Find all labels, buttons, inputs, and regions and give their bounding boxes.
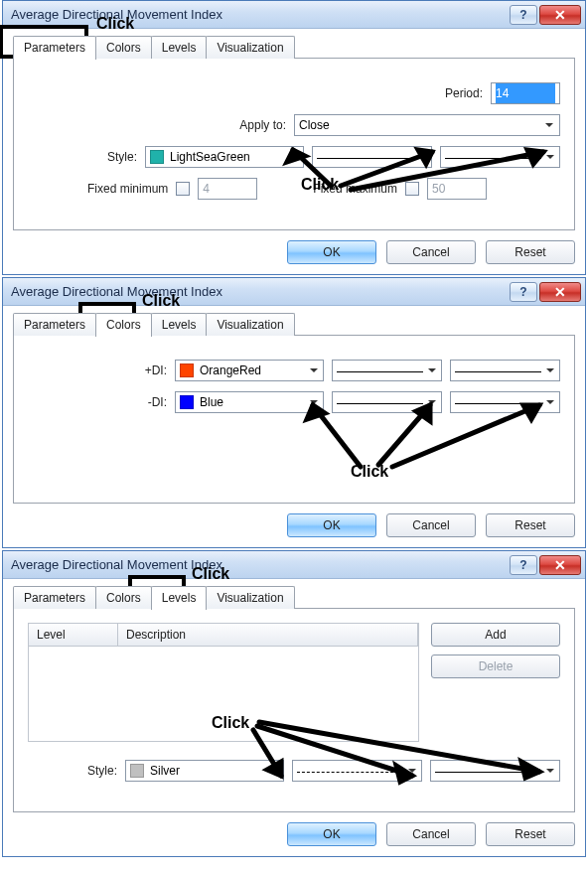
window-title: Average Directional Movement Index — [11, 284, 508, 299]
panel-levels: Level Description Add Delete Style: Silv… — [13, 608, 575, 812]
dialog-parameters: Average Directional Movement Index ? ✕ P… — [2, 0, 586, 275]
tab-parameters[interactable]: Parameters — [13, 586, 96, 609]
style-color-name: Silver — [150, 764, 180, 778]
fixed-min-label: Fixed minimum — [87, 182, 168, 196]
style-label: Style: — [28, 764, 117, 778]
style-line-width-select[interactable] — [430, 760, 560, 782]
close-button[interactable]: ✕ — [539, 5, 581, 25]
add-button[interactable]: Add — [431, 623, 560, 647]
tab-bar: Parameters Colors Levels Visualization — [13, 585, 575, 609]
plus-di-color-name: OrangeRed — [200, 364, 261, 377]
col-level[interactable]: Level — [29, 624, 118, 646]
style-color-select[interactable]: Silver — [125, 760, 284, 782]
table-body[interactable] — [29, 647, 418, 741]
levels-table[interactable]: Level Description — [28, 623, 419, 742]
button-row: OK Cancel Reset — [13, 822, 575, 846]
titlebar[interactable]: Average Directional Movement Index ? ✕ — [3, 1, 585, 29]
applyto-select[interactable]: Close — [294, 114, 560, 136]
fixed-max-input[interactable] — [427, 178, 487, 200]
fixed-min-input[interactable] — [198, 178, 257, 200]
tab-parameters[interactable]: Parameters — [13, 36, 96, 60]
minus-di-line-type-select[interactable] — [332, 391, 442, 413]
tab-parameters[interactable]: Parameters — [13, 313, 96, 336]
tab-levels[interactable]: Levels — [151, 313, 208, 336]
minus-di-swatch — [180, 395, 194, 409]
help-button[interactable]: ? — [510, 282, 537, 302]
tab-colors[interactable]: Colors — [95, 313, 152, 337]
plus-di-line-type-select[interactable] — [332, 360, 442, 381]
help-button[interactable]: ? — [510, 555, 537, 575]
close-button[interactable]: ✕ — [539, 282, 581, 302]
plus-di-swatch — [180, 364, 194, 377]
titlebar[interactable]: Average Directional Movement Index ? ✕ — [3, 278, 585, 306]
reset-button[interactable]: Reset — [486, 513, 575, 537]
cancel-button[interactable]: Cancel — [386, 240, 476, 264]
tab-colors[interactable]: Colors — [95, 586, 152, 609]
ok-button[interactable]: OK — [287, 513, 376, 537]
plus-di-color-select[interactable]: OrangeRed — [175, 360, 324, 381]
delete-button[interactable]: Delete — [431, 655, 560, 678]
cancel-button[interactable]: Cancel — [386, 513, 476, 537]
button-row: OK Cancel Reset — [13, 513, 575, 537]
period-input[interactable] — [491, 82, 560, 104]
tab-colors[interactable]: Colors — [95, 36, 152, 59]
style-line-type-select[interactable] — [312, 146, 432, 168]
style-color-select[interactable]: LightSeaGreen — [145, 146, 304, 168]
minus-di-color-name: Blue — [200, 395, 223, 409]
close-button[interactable]: ✕ — [539, 555, 581, 575]
reset-button[interactable]: Reset — [486, 822, 575, 846]
ok-button[interactable]: OK — [287, 240, 376, 264]
dialog-colors: Average Directional Movement Index ? ✕ P… — [2, 277, 586, 548]
panel-parameters: Period: Apply to: Close Style: LightSeaG… — [13, 58, 575, 230]
tab-bar: Parameters Colors Levels Visualization — [13, 312, 575, 336]
titlebar[interactable]: Average Directional Movement Index ? ✕ — [3, 551, 585, 579]
tab-visualization[interactable]: Visualization — [206, 586, 294, 609]
style-color-swatch — [150, 150, 164, 164]
period-label: Period: — [445, 86, 483, 100]
plus-di-line-width-select[interactable] — [450, 360, 560, 381]
applyto-label: Apply to: — [28, 118, 286, 132]
fixed-min-checkbox[interactable] — [176, 182, 190, 196]
col-description[interactable]: Description — [118, 624, 418, 646]
style-line-type-select[interactable] — [292, 760, 422, 782]
tab-levels[interactable]: Levels — [151, 586, 208, 610]
reset-button[interactable]: Reset — [486, 240, 575, 264]
style-line-width-select[interactable] — [440, 146, 560, 168]
fixed-max-field[interactable] — [432, 179, 482, 199]
fixed-max-label: Fixed maximum — [313, 182, 397, 196]
minus-di-line-width-select[interactable] — [450, 391, 560, 413]
window-title: Average Directional Movement Index — [11, 557, 508, 572]
minus-di-color-select[interactable]: Blue — [175, 391, 324, 413]
tab-visualization[interactable]: Visualization — [206, 313, 294, 336]
period-field[interactable] — [496, 83, 555, 103]
style-label: Style: — [28, 150, 137, 164]
plus-di-label: +DI: — [28, 364, 167, 377]
cancel-button[interactable]: Cancel — [386, 822, 476, 846]
style-color-swatch — [130, 764, 144, 778]
window-title: Average Directional Movement Index — [11, 7, 508, 22]
dialog-levels: Average Directional Movement Index ? ✕ P… — [2, 550, 586, 857]
help-button[interactable]: ? — [510, 5, 537, 25]
button-row: OK Cancel Reset — [13, 240, 575, 264]
applyto-value: Close — [299, 118, 330, 132]
tab-visualization[interactable]: Visualization — [206, 36, 294, 59]
table-header: Level Description — [29, 624, 418, 647]
fixed-min-field[interactable] — [203, 179, 252, 199]
tab-levels[interactable]: Levels — [151, 36, 208, 59]
fixed-max-checkbox[interactable] — [405, 182, 419, 196]
panel-colors: +DI: OrangeRed -DI: Blue — [13, 335, 575, 504]
minus-di-label: -DI: — [28, 395, 167, 409]
style-color-name: LightSeaGreen — [170, 150, 250, 164]
ok-button[interactable]: OK — [287, 822, 376, 846]
tab-bar: Parameters Colors Levels Visualization — [13, 35, 575, 59]
